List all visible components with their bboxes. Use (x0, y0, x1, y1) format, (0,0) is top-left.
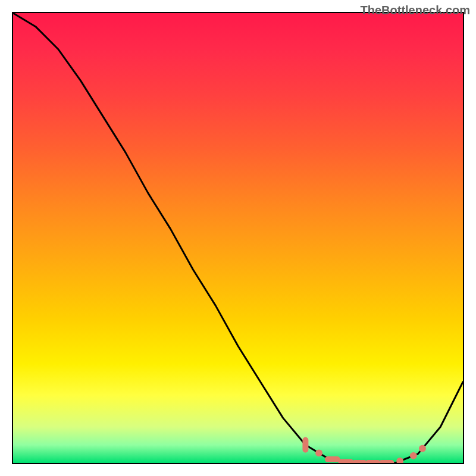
curve-marker (302, 437, 308, 453)
curve-marker (379, 460, 394, 463)
curve-marker (325, 456, 340, 462)
curve-marker (315, 449, 322, 456)
chart-svg (13, 13, 463, 463)
curve-marker (419, 445, 426, 452)
curve-marker (410, 452, 417, 459)
plot-area (12, 12, 464, 464)
curve-marker (339, 459, 354, 463)
attribution-text: TheBottleneck.com (361, 4, 470, 17)
curve-marker (365, 460, 381, 463)
curve-marker (352, 460, 367, 463)
curve-marker (396, 458, 403, 463)
bottleneck-curve (13, 13, 463, 463)
